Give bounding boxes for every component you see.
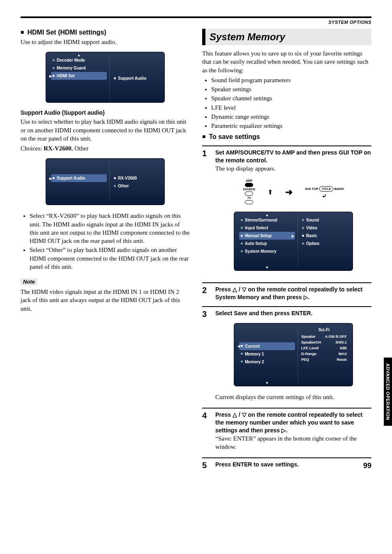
osd-item: Other bbox=[112, 182, 159, 190]
source-button-icon bbox=[245, 192, 253, 196]
up-triangle-icon: △ bbox=[233, 286, 237, 293]
osd-item: RX-V2600 bbox=[112, 174, 159, 182]
step-number: 3 bbox=[202, 309, 210, 403]
step-number: 5 bbox=[202, 461, 210, 470]
list-item: Dynamic range settings bbox=[211, 113, 371, 121]
osd-item: Basic bbox=[300, 232, 348, 240]
step3-caption: Current displays the current settings of… bbox=[215, 393, 371, 401]
to-save-heading: To save settings bbox=[202, 133, 371, 141]
osd-item-selected: HDMI Set bbox=[51, 72, 107, 80]
step-body-text: The top display appears. bbox=[215, 164, 371, 173]
kv-row: SpeakerCH3/4/0.1 bbox=[300, 339, 348, 345]
support-audio-heading: Support Audio (Support audio) bbox=[21, 109, 190, 116]
choices-label: Choices: bbox=[21, 145, 44, 152]
step-number: 1 bbox=[202, 149, 210, 277]
title-button-icon: TITLE bbox=[319, 186, 333, 192]
kv-row: PEQReset bbox=[300, 357, 348, 362]
osd-right-title: Sci-Fi bbox=[300, 328, 348, 332]
step-head: Press △ / ▽ on the remote control repeat… bbox=[215, 411, 371, 434]
remote-amp-source-tv: AMP SOURCE TV bbox=[243, 179, 255, 205]
page-number: 99 bbox=[363, 462, 371, 470]
note-label: Note bbox=[21, 278, 37, 285]
down-triangle-icon: ▽ bbox=[242, 411, 247, 418]
osd-item: Support Audio bbox=[112, 74, 159, 82]
osd-item-selected: Current bbox=[239, 342, 295, 350]
label-tv: TV bbox=[243, 196, 255, 199]
kv-row: LFE Level0dB bbox=[300, 345, 348, 351]
down-triangle-icon: ▽ bbox=[242, 286, 247, 293]
step-body-text: “Save: ENTER” appears in the bottom righ… bbox=[215, 434, 371, 451]
choices-bold: RX-V2600 bbox=[44, 145, 71, 152]
kv-row: SpeakerA:ON B:OFF bbox=[300, 334, 348, 339]
list-item: Parametric equalizer settings bbox=[211, 122, 371, 130]
osd-item: System Memory bbox=[239, 247, 295, 255]
right-column: System Memory This feature allows you to… bbox=[202, 29, 371, 470]
support-audio-desc: Use to select whether to play back HDMI … bbox=[21, 118, 190, 143]
support-audio-choices: Choices: RX-V2600, Other bbox=[21, 144, 190, 152]
osd-item: Decoder Mode bbox=[51, 56, 107, 64]
osd-item: Memory 2 bbox=[239, 358, 295, 366]
step-3: 3 Select Save and then press ENTER. Curr… bbox=[202, 306, 371, 403]
list-item: LFE level bbox=[211, 104, 371, 112]
step-head: Set AMP/SOURCE/TV to AMP and then press … bbox=[215, 149, 371, 164]
choices-rest: , Other bbox=[71, 145, 89, 152]
step-1: 1 Set AMP/SOURCE/TV to AMP and then pres… bbox=[202, 145, 371, 277]
arrow-right-icon: ➜ bbox=[285, 187, 293, 198]
hdmi-set-intro: Use to adjust the HDMI support audio. bbox=[21, 38, 190, 46]
label-band: BAND bbox=[334, 187, 344, 191]
osd-support-audio: Support Audio RX-V2600 Other bbox=[46, 158, 165, 205]
remote-illustration: AMP SOURCE TV ⬆ ➜ GUI TOP TITLE BAN bbox=[215, 179, 371, 205]
list-item: Select “Other” to play back HDMI audio s… bbox=[30, 246, 190, 271]
osd-item: Stereo/Surround bbox=[239, 216, 295, 224]
label-gui-top: GUI TOP bbox=[305, 187, 318, 191]
osd-item-selected: Support Audio bbox=[51, 174, 107, 182]
system-memory-title: System Memory bbox=[202, 29, 371, 45]
osd-memory-save: Current Memory 1 Memory 2 ▼ Sci-Fi Speak… bbox=[234, 323, 353, 386]
label-amp: AMP bbox=[243, 179, 255, 182]
osd-item: Auto Setup bbox=[239, 240, 295, 247]
step-4: 4 Press △ / ▽ on the remote control repe… bbox=[202, 408, 371, 452]
step-2: 2 Press △ / ▽ on the remote control repe… bbox=[202, 282, 371, 301]
note-text: The HDMI video signals input at the HDMI… bbox=[21, 288, 190, 313]
amp-button-icon bbox=[245, 183, 253, 187]
side-tab: ADVANCED OPERATION bbox=[384, 358, 392, 426]
osd-item: Sound bbox=[300, 216, 348, 224]
label-source: SOURCE bbox=[243, 188, 255, 191]
kv-row: D-RangeMAX bbox=[300, 351, 348, 357]
arrow-down-icon: ▼ bbox=[265, 265, 269, 270]
step-head: Select Save and then press ENTER. bbox=[215, 309, 371, 317]
osd-item: Video bbox=[300, 224, 348, 232]
system-memory-intro: This feature allows you to save up to si… bbox=[202, 49, 371, 74]
list-item: Select “RX-V2600” to play back HDMI audi… bbox=[30, 212, 190, 245]
support-audio-bullets: Select “RX-V2600” to play back HDMI audi… bbox=[21, 212, 190, 271]
list-item: Speaker channel settings bbox=[211, 94, 371, 102]
osd-item: Option bbox=[300, 240, 348, 247]
left-column: HDMI Set (HDMI settings) Use to adjust t… bbox=[21, 29, 190, 470]
step-head: Press △ / ▽ on the remote control repeat… bbox=[215, 286, 371, 301]
right-triangle-icon: ▷ bbox=[281, 427, 286, 434]
step-5: 5 Press ENTER to save settings. bbox=[202, 457, 371, 470]
hdmi-set-heading: HDMI Set (HDMI settings) bbox=[21, 29, 190, 36]
list-item: Speaker settings bbox=[211, 85, 371, 93]
step-number: 2 bbox=[202, 286, 210, 301]
press-arrow-icon: ⬆ bbox=[267, 188, 273, 196]
header-rule bbox=[21, 16, 371, 18]
up-triangle-icon: △ bbox=[233, 411, 237, 418]
osd-top-menu: ▲ Stereo/Surround Input Select Manual Se… bbox=[234, 212, 353, 271]
step-number: 4 bbox=[202, 411, 210, 452]
osd-item-selected: Manual Setup bbox=[239, 232, 295, 240]
tv-button-icon bbox=[245, 200, 253, 204]
right-triangle-icon: ▷ bbox=[304, 294, 308, 300]
remote-gui-top: GUI TOP TITLE BAND ⤶ bbox=[305, 185, 344, 199]
osd-item: Memory Guard bbox=[51, 64, 107, 72]
system-memory-bullets: Sound field program parameters Speaker s… bbox=[202, 76, 371, 130]
osd-item: Memory 1 bbox=[239, 350, 295, 358]
osd-hdmi-set: ▲ Decoder Mode Memory Guard HDMI Set Sup… bbox=[46, 52, 165, 103]
arrow-down-icon: ▼ bbox=[265, 381, 269, 385]
osd-item: Input Select bbox=[239, 224, 295, 232]
list-item: Sound field program parameters bbox=[211, 76, 371, 84]
header-section-label: SYSTEM OPTIONS bbox=[21, 20, 371, 25]
step-head: Press ENTER to save settings. bbox=[215, 461, 371, 469]
